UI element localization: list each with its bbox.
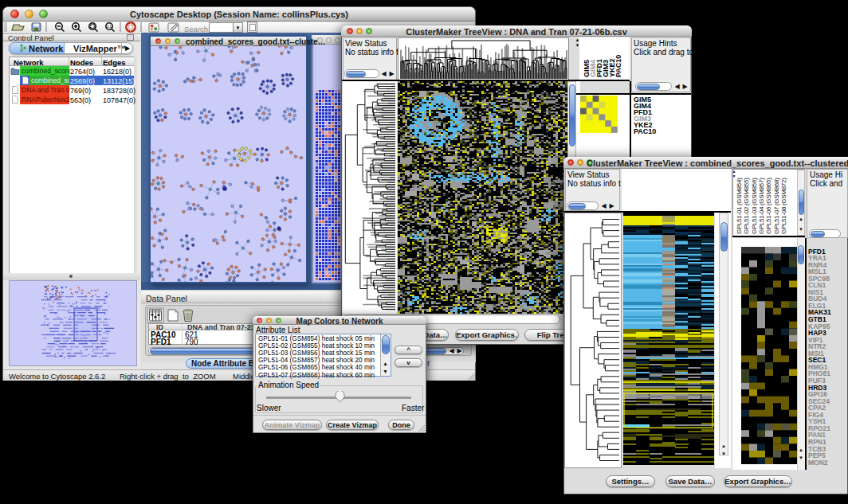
svg-text:1:1: 1:1 — [107, 25, 112, 29]
